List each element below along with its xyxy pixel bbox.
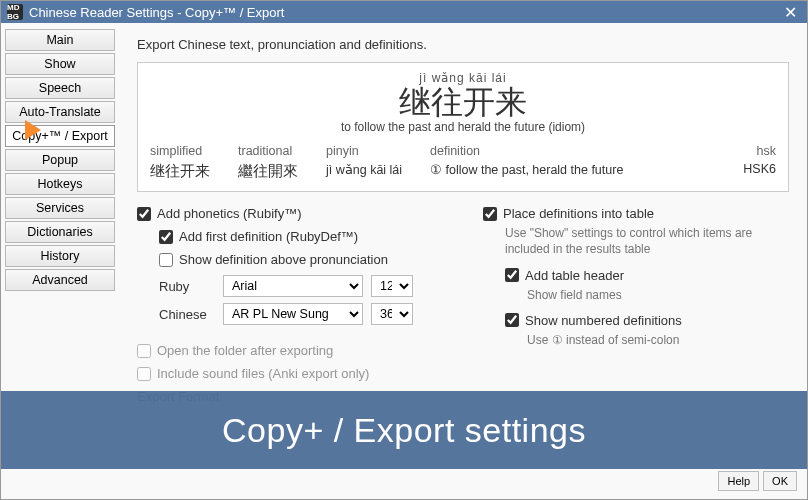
chk-add-header[interactable]: Add table header: [505, 268, 789, 283]
hint-add-header: Show field names: [527, 287, 789, 303]
ok-button[interactable]: OK: [763, 471, 797, 491]
chk-open-folder-input[interactable]: [137, 344, 151, 358]
preview-hanzi: 继往开来: [150, 85, 776, 120]
chk-open-folder-label: Open the folder after exporting: [157, 343, 333, 358]
window-title: Chinese Reader Settings - Copy+™ / Expor…: [29, 5, 284, 20]
ruby-size-select[interactable]: 12: [371, 275, 413, 297]
sidebar-item-history[interactable]: History: [5, 245, 115, 267]
titlebar: MD BG Chinese Reader Settings - Copy+™ /…: [1, 1, 807, 23]
app-icon: MD BG: [7, 4, 23, 20]
close-icon[interactable]: ✕: [780, 3, 801, 22]
col-hsk: hsk: [726, 144, 776, 158]
active-pointer-icon: [25, 120, 41, 140]
chinese-font-label: Chinese: [159, 307, 215, 322]
chinese-font-select[interactable]: AR PL New Sung: [223, 303, 363, 325]
preview-pinyin: jì wǎng kāi lái: [150, 71, 776, 85]
chk-add-header-label: Add table header: [525, 268, 624, 283]
chk-show-def-above-label: Show definition above pronunciation: [179, 252, 388, 267]
chk-numbered-input[interactable]: [505, 313, 519, 327]
chk-show-def-above-input[interactable]: [159, 253, 173, 267]
overlay-banner: Copy+ / Export settings: [1, 391, 807, 469]
sidebar-item-main[interactable]: Main: [5, 29, 115, 51]
chk-numbered[interactable]: Show numbered definitions: [505, 313, 789, 328]
chk-show-def-above[interactable]: Show definition above pronunciation: [159, 252, 443, 267]
chk-include-sound-label: Include sound files (Anki export only): [157, 366, 369, 381]
sidebar-item-services[interactable]: Services: [5, 197, 115, 219]
options-left: Add phonetics (Rubify™) Add first defini…: [137, 206, 443, 412]
ruby-font-select[interactable]: Arial: [223, 275, 363, 297]
chk-add-phonetics-label: Add phonetics (Rubify™): [157, 206, 302, 221]
sidebar-item-show[interactable]: Show: [5, 53, 115, 75]
sidebar-item-hotkeys[interactable]: Hotkeys: [5, 173, 115, 195]
chk-add-first-def[interactable]: Add first definition (RubyDef™): [159, 229, 443, 244]
chk-add-first-def-input[interactable]: [159, 230, 173, 244]
cell-hsk: HSK6: [726, 162, 776, 181]
sidebar-item-advanced[interactable]: Advanced: [5, 269, 115, 291]
settings-window: MD BG Chinese Reader Settings - Copy+™ /…: [0, 0, 808, 500]
help-button[interactable]: Help: [718, 471, 759, 491]
options-right: Place definitions into table Use "Show" …: [483, 206, 789, 412]
preview-box: jì wǎng kāi lái 继往开来 to follow the past …: [137, 62, 789, 192]
footer-buttons: Help OK: [718, 471, 797, 491]
hint-place-table: Use "Show" settings to control which ite…: [505, 225, 789, 257]
chk-place-table-input[interactable]: [483, 207, 497, 221]
chk-add-phonetics-input[interactable]: [137, 207, 151, 221]
sidebar-item-popup[interactable]: Popup: [5, 149, 115, 171]
preview-table: simplified traditional pinyin definition…: [150, 144, 776, 181]
preview-definition: to follow the past and herald the future…: [150, 120, 776, 134]
chinese-font-row: Chinese AR PL New Sung 36: [159, 303, 443, 325]
col-traditional: traditional: [238, 144, 318, 158]
cell-pinyin: jì wǎng kāi lái: [326, 162, 422, 181]
col-simplified: simplified: [150, 144, 230, 158]
chk-include-sound-input[interactable]: [137, 367, 151, 381]
chk-add-header-input[interactable]: [505, 268, 519, 282]
chinese-size-select[interactable]: 36: [371, 303, 413, 325]
chk-numbered-label: Show numbered definitions: [525, 313, 682, 328]
chk-place-table[interactable]: Place definitions into table: [483, 206, 789, 221]
chk-add-first-def-label: Add first definition (RubyDef™): [179, 229, 358, 244]
cell-definition: ① follow the past, herald the future: [430, 162, 718, 181]
page-description: Export Chinese text, pronunciation and d…: [137, 37, 789, 52]
sidebar-item-auto-translate[interactable]: Auto-Translate: [5, 101, 115, 123]
sidebar-item-copy-export[interactable]: Copy+™ / Export: [5, 125, 115, 147]
col-definition: definition: [430, 144, 718, 158]
chk-open-folder[interactable]: Open the folder after exporting: [137, 343, 443, 358]
chk-add-phonetics[interactable]: Add phonetics (Rubify™): [137, 206, 443, 221]
ruby-font-row: Ruby Arial 12: [159, 275, 443, 297]
hint-numbered: Use ① instead of semi-colon: [527, 332, 789, 348]
cell-traditional: 繼往開來: [238, 162, 318, 181]
ruby-font-label: Ruby: [159, 279, 215, 294]
chk-place-table-label: Place definitions into table: [503, 206, 654, 221]
sidebar-item-dictionaries[interactable]: Dictionaries: [5, 221, 115, 243]
cell-simplified: 继往开来: [150, 162, 230, 181]
sidebar-item-speech[interactable]: Speech: [5, 77, 115, 99]
chk-include-sound[interactable]: Include sound files (Anki export only): [137, 366, 443, 381]
col-pinyin: pinyin: [326, 144, 422, 158]
